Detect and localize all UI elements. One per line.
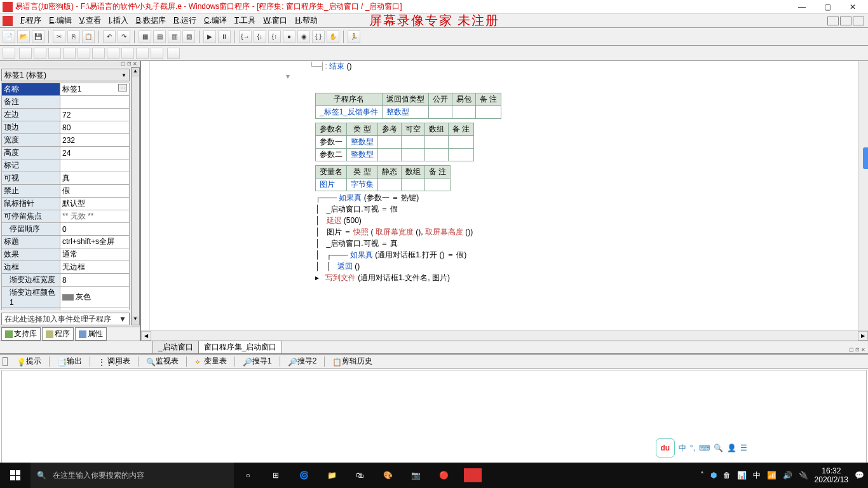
app-explorer-icon[interactable]: 📁	[324, 468, 339, 483]
layout2-icon[interactable]: ▤	[153, 30, 166, 43]
code-body[interactable]: ┌─── 如果真 (参数一 ＝ 热键)│ _启动窗口.可视 ＝ 假│ 延迟 (5…	[315, 192, 473, 283]
scroll-up-icon[interactable]: ▲	[132, 68, 139, 77]
prop-value[interactable]: 标签1···	[60, 83, 130, 96]
property-grid[interactable]: 名称标签1···备注左边72顶边80宽度232高度24标记可视真禁止假鼠标指针默…	[1, 83, 130, 310]
save-icon[interactable]: 💾	[32, 30, 44, 43]
tray-notifications-icon[interactable]: 💬	[855, 471, 864, 480]
step3-icon[interactable]: {↑	[268, 30, 281, 43]
ime-menu-icon[interactable]: ☰	[740, 444, 747, 452]
prop-key[interactable]: 左边	[2, 109, 60, 121]
run2-icon[interactable]: 🏃	[348, 30, 360, 43]
prop-key[interactable]: 可停留焦点	[2, 210, 60, 223]
prop-value[interactable]: 默认型	[60, 198, 130, 210]
output-tab-vars[interactable]: ✧变量表	[191, 355, 231, 367]
app-camera-icon[interactable]: 📷	[408, 468, 423, 483]
prop-value[interactable]: 真	[60, 172, 130, 185]
mdi-max-button[interactable]	[840, 17, 851, 25]
prop-key[interactable]: 顶边	[2, 121, 60, 134]
prop-value[interactable]: 通常	[60, 248, 130, 261]
tray-graphics-icon[interactable]: 📊	[737, 471, 747, 480]
menu-E.编辑[interactable]: E.编辑	[45, 16, 75, 25]
app-spiral-icon[interactable]: 🌀	[296, 468, 311, 483]
app-paint-icon[interactable]: 🎨	[380, 468, 395, 483]
output-tab-find1[interactable]: 🔎搜寻1	[239, 355, 276, 367]
ime-kb-icon[interactable]: ⌨	[699, 444, 710, 452]
tray-wifi-icon[interactable]: 📶	[767, 471, 776, 480]
scroll-down-icon[interactable]: ▼	[132, 316, 139, 325]
start-button[interactable]	[0, 463, 31, 488]
tray-sync-icon[interactable]: ⬢	[710, 471, 717, 480]
prop-value[interactable]: ctrl+shift+s全屏	[60, 236, 130, 248]
prop-value[interactable]: 0	[60, 223, 130, 236]
layout1-icon[interactable]: ▦	[139, 30, 151, 43]
ime-lang[interactable]: 中	[679, 443, 686, 454]
taskbar-search[interactable]: 🔍 在这里输入你要搜索的内容	[31, 463, 234, 488]
menu-H.帮助[interactable]: H.帮助	[291, 16, 322, 25]
cortana-icon[interactable]: ○	[240, 468, 255, 483]
prop-value[interactable]	[60, 159, 130, 172]
minimize-button[interactable]: —	[789, 1, 815, 13]
menu-T.工具[interactable]: T.工具	[231, 16, 259, 25]
close-button[interactable]: ✕	[840, 1, 865, 13]
maximize-button[interactable]: ▢	[815, 1, 840, 13]
prop-key[interactable]: 可视	[2, 172, 60, 185]
prop-scrollbar[interactable]: ▲ ▼	[131, 67, 140, 325]
output-tab-watch[interactable]: 🔍监视表	[142, 355, 182, 367]
menu-I.插入[interactable]: I.插入	[105, 16, 132, 25]
prop-value[interactable]: 80	[60, 121, 130, 134]
output-tab-find2[interactable]: 🔎搜寻2	[284, 355, 321, 367]
menu-R.运行[interactable]: R.运行	[170, 16, 200, 25]
tab-program[interactable]: 程序	[42, 327, 74, 341]
prop-value[interactable]: ** 无效 **	[60, 210, 130, 223]
editor-tab-winprocset[interactable]: 窗口程序集_启动窗口	[198, 341, 283, 353]
prop-value[interactable]: 72	[60, 109, 130, 121]
redo-icon[interactable]: ↷	[118, 30, 130, 43]
taskview-icon[interactable]: ⊞	[268, 468, 283, 483]
object-selector[interactable]: 标签1 (标签) ▼	[1, 69, 130, 81]
output-tab-output[interactable]: 📑输出	[53, 355, 86, 367]
code-editor[interactable]: └─┤: 结束 () ▾ 子程序名返回值类型公开易包备 注 _标签1_反馈事件整…	[141, 61, 868, 341]
open-icon[interactable]: 📂	[17, 30, 30, 43]
prop-key[interactable]: 名称	[2, 83, 60, 96]
al10-icon[interactable]	[151, 48, 163, 59]
al2-icon[interactable]	[34, 48, 46, 59]
app-store-icon[interactable]: 🛍	[352, 468, 367, 483]
copy-icon[interactable]: ⎘	[67, 30, 80, 43]
layout4-icon[interactable]: ▧	[182, 30, 195, 43]
editor-tab-start-window[interactable]: _启动窗口	[153, 341, 199, 353]
prop-key[interactable]: 禁止	[2, 185, 60, 198]
ime-punct[interactable]: °,	[690, 444, 695, 452]
prop-key[interactable]: 标记	[2, 159, 60, 172]
cut-icon[interactable]: ✂	[53, 30, 65, 43]
prop-key[interactable]: 高度	[2, 147, 60, 159]
undo-icon[interactable]: ↶	[103, 30, 116, 43]
right-edge-handle[interactable]	[863, 147, 868, 169]
prop-key[interactable]: 备注	[2, 96, 60, 109]
panel-dock-controls[interactable]: ▢ ⊡ ✕	[0, 61, 140, 67]
tray-drive-icon[interactable]: 🗑	[723, 471, 731, 480]
hand-icon[interactable]: ✋	[327, 30, 339, 43]
prop-key[interactable]: 渐变边框颜色1	[2, 287, 60, 308]
code-vscroll[interactable]	[858, 61, 868, 330]
menu-C.编译[interactable]: C.编译	[200, 16, 231, 25]
ime-search-icon[interactable]: 🔍	[714, 444, 723, 452]
bp2-icon[interactable]: ◉	[297, 30, 310, 43]
prop-value[interactable]: 白色	[60, 308, 130, 311]
al9-icon[interactable]	[136, 48, 149, 59]
al5-icon[interactable]	[78, 48, 90, 59]
prop-value[interactable]	[60, 96, 130, 109]
grid-icon[interactable]	[3, 48, 15, 59]
menu-W.窗口[interactable]: W.窗口	[259, 16, 291, 25]
al1-icon[interactable]	[19, 48, 32, 59]
prop-value[interactable]: 24	[60, 147, 130, 159]
prop-value[interactable]: 灰色	[60, 287, 130, 308]
menu-B.数据库[interactable]: B.数据库	[132, 16, 170, 25]
paste-icon[interactable]: 📋	[82, 30, 95, 43]
al8-icon[interactable]	[121, 48, 134, 59]
output-tab-clip[interactable]: 📋剪辑历史	[329, 355, 376, 367]
output-tab-callstack[interactable]: ⋮⋮⋮调用表	[94, 355, 134, 367]
al4-icon[interactable]	[63, 48, 76, 59]
mdi-min-button[interactable]	[827, 17, 839, 25]
bp1-icon[interactable]: ●	[283, 30, 295, 43]
prop-key[interactable]: 渐变边框宽度	[2, 274, 60, 287]
